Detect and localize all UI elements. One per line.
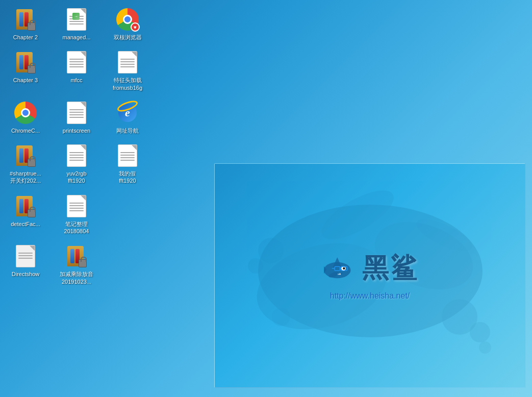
icon-notes[interactable]: 笔记整理 20180804	[54, 192, 99, 237]
shark-icon	[320, 251, 356, 286]
shark-logo: 黑鲨 http://www.heisha.net/	[320, 251, 419, 301]
icon-web-nav[interactable]: e 网址导航	[105, 98, 150, 136]
icon-audio-label: 加减乘除放音 20191023...	[60, 270, 93, 285]
icon-managed-label: managed...	[62, 34, 90, 41]
icon-chapter2[interactable]: Chapter 2	[3, 5, 48, 43]
icon-dual-browser[interactable]: ♥ 双核浏览器	[105, 5, 150, 43]
shark-url: http://www.heisha.net/	[330, 291, 410, 301]
shark-brand-text: 黑鲨	[362, 251, 419, 286]
icon-mfcc-label: mfcc	[70, 77, 82, 84]
icon-chapter3-label: Chapter 3	[13, 77, 38, 84]
svg-point-4	[470, 322, 490, 342]
icon-my-fake[interactable]: 我的假 fft1920	[105, 141, 150, 187]
icon-chapter3[interactable]: Chapter 3	[3, 48, 48, 93]
icon-feature-load-label: 特征头加载 fromusb16g	[113, 77, 142, 91]
svg-point-6	[258, 238, 284, 263]
icon-dual-browser-label: 双核浏览器	[114, 34, 142, 41]
icon-directshow[interactable]: Directshow	[3, 242, 48, 287]
icon-detectfac-label: detectFac...	[11, 220, 40, 228]
icon-notes-label: 笔记整理 20180804	[64, 220, 89, 235]
icon-chapter2-label: Chapter 2	[13, 34, 38, 41]
icon-sharptrue[interactable]: #sharptrue... 开关灯202...	[3, 141, 48, 187]
shark-brand: 黑鲨	[320, 251, 419, 286]
icon-my-fake-label: 我的假 fft1920	[119, 170, 136, 185]
icon-web-nav-label: 网址导航	[116, 127, 139, 134]
icon-chromec-label: ChromeC...	[11, 127, 40, 134]
icon-managed[interactable]: → managed...	[54, 5, 99, 43]
icon-feature-load[interactable]: 特征头加载 fromusb16g	[105, 48, 150, 93]
icon-directshow-label: Directshow	[12, 270, 39, 278]
svg-point-14	[343, 267, 345, 269]
icon-printscreen-label: printscreen	[63, 127, 90, 134]
svg-point-8	[272, 308, 290, 326]
icon-audio[interactable]: 加减乘除放音 20191023...	[54, 242, 99, 287]
icon-yuv2rgb[interactable]: yuv2rgb fft1920	[54, 141, 99, 187]
icon-chromec[interactable]: ChromeC...	[3, 98, 48, 136]
svg-point-7	[248, 258, 263, 274]
icon-grid: Chapter 2 → managed...	[0, 0, 153, 292]
wallpaper-panel: 黑鲨 http://www.heisha.net/	[214, 163, 525, 388]
icon-yuv2rgb-label: yuv2rgb fft1920	[66, 170, 86, 185]
icon-sharptrue-label: #sharptrue... 开关灯202...	[10, 170, 41, 185]
icon-printscreen[interactable]: printscreen	[54, 98, 99, 136]
desktop: Chapter 2 → managed...	[0, 0, 532, 397]
icon-mfcc[interactable]: mfcc	[54, 48, 99, 93]
svg-point-5	[479, 341, 491, 354]
icon-detectfac[interactable]: detectFac...	[3, 192, 48, 237]
